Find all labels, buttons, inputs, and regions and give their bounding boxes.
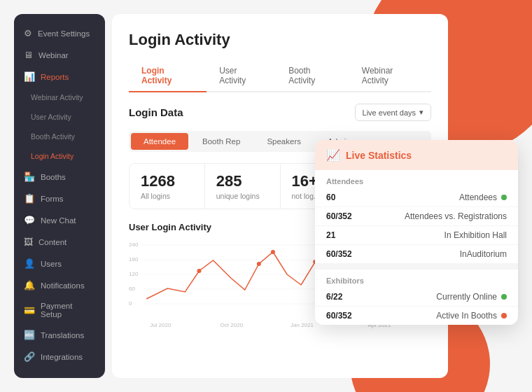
- svg-text:180: 180: [129, 256, 139, 262]
- sidebar-icon: 💬: [24, 215, 35, 225]
- sidebar-item-label: Translations: [41, 331, 84, 340]
- sidebar-item-label: Login Activity: [31, 152, 74, 160]
- user-tab-boothrep[interactable]: Booth Rep: [190, 133, 253, 150]
- sidebar-item-event-settings[interactable]: ⚙Event Settings: [14, 22, 105, 44]
- stats-label: In Exhibition Hall: [368, 230, 507, 240]
- sidebar-item-booth-activity[interactable]: Booth Activity: [14, 127, 105, 146]
- sidebar-icon: 🖼: [24, 237, 33, 247]
- dropdown-label: Live event days: [363, 108, 416, 117]
- live-stats-body: Attendees60Attendees60/352Attendees vs. …: [315, 170, 518, 325]
- sidebar-item-label: Notifications: [41, 281, 85, 290]
- sidebar-icon: 🖥: [24, 50, 33, 60]
- stats-row-item: 21In Exhibition Hall: [315, 226, 518, 245]
- stats-row-item: 60/352InAuditorium: [315, 245, 518, 264]
- sidebar-item-label: Forms: [41, 195, 64, 203]
- svg-text:120: 120: [129, 271, 139, 277]
- sidebar-item-translations[interactable]: 🔤Translations: [14, 324, 105, 346]
- stats-section-label: Attendees: [315, 170, 518, 188]
- sidebar-icon: 👤: [24, 258, 35, 269]
- stats-row-item: 60/352Attendees vs. Registrations: [315, 207, 518, 226]
- stats-value: 21: [326, 230, 368, 240]
- stats-value: 60/352: [326, 211, 368, 221]
- svg-text:0: 0: [129, 300, 132, 307]
- sidebar-icon: 💳: [24, 305, 35, 316]
- stats-value: 60/352: [326, 249, 368, 259]
- sidebar-icon: ⚙: [24, 28, 32, 38]
- svg-text:240: 240: [129, 241, 139, 248]
- stats-section-label: Exhibitors: [315, 270, 518, 288]
- sidebar-item-new-chat[interactable]: 💬New Chat: [14, 209, 105, 231]
- stats-label: Attendees: [368, 192, 497, 202]
- stats-label: Active In Booths: [368, 311, 497, 321]
- stats-value: 60: [326, 192, 368, 202]
- sidebar-icon: 🔗: [24, 351, 35, 362]
- svg-text:Jan 2021: Jan 2021: [290, 322, 314, 328]
- stats-value: 60/352: [326, 311, 368, 321]
- sidebar-item-webinar[interactable]: 🖥Webinar: [14, 44, 105, 66]
- sidebar-item-label: New Chat: [41, 216, 76, 225]
- stat-label-logins: All logins: [141, 192, 193, 200]
- stats-label: Attendees vs. Registrations: [368, 211, 507, 221]
- section-divider: [315, 264, 518, 270]
- user-tab-attendee[interactable]: Attendee: [131, 133, 188, 150]
- stats-row-item: 60/352Active In Booths: [315, 307, 518, 325]
- sidebar-item-user-activity[interactable]: User Activity: [14, 107, 105, 127]
- svg-text:60: 60: [129, 286, 135, 292]
- live-stats-header: 📈 Live Statistics: [315, 140, 518, 170]
- tab-booth-activity[interactable]: Booth Activity: [276, 60, 349, 92]
- sidebar-item-notifications[interactable]: 🔔Notifications: [14, 274, 105, 296]
- sidebar-item-webinar-activity[interactable]: Webinar Activity: [14, 88, 105, 107]
- sidebar-item-label: Event Settings: [38, 29, 90, 38]
- sidebar-icon: 🏪: [24, 172, 35, 182]
- live-stats-icon: 📈: [326, 148, 340, 162]
- sidebar-icon: 📊: [24, 71, 35, 82]
- chevron-down-icon: ▾: [419, 108, 424, 117]
- tab-webinar-activity[interactable]: Webinar Activity: [349, 60, 431, 92]
- sidebar-icon: 🔤: [24, 330, 35, 340]
- stat-unique-logins: 285 unique logins: [205, 164, 281, 209]
- stats-row-item: 60Attendees: [315, 188, 518, 207]
- stats-label: Currently Online: [368, 292, 497, 302]
- sidebar-item-label: Users: [41, 260, 62, 268]
- live-stats-title: Live Statistics: [346, 150, 412, 161]
- sidebar-item-label: Booth Activity: [31, 132, 75, 141]
- sidebar-item-label: Booths: [41, 173, 66, 181]
- sidebar-item-label: Webinar Activity: [31, 93, 83, 102]
- stat-value-logins: 1268: [141, 172, 193, 190]
- live-stats-panel: 📈 Live Statistics Attendees60Attendees60…: [315, 140, 518, 325]
- sidebar-item-integrations[interactable]: 🔗Integrations: [14, 346, 105, 368]
- sidebar-item-label: User Activity: [31, 113, 71, 121]
- sidebar-item-users[interactable]: 👤Users: [14, 253, 105, 274]
- sidebar-item-label: Reports: [41, 73, 69, 81]
- stat-value-unique: 285: [216, 172, 269, 190]
- svg-text:Oct 2020: Oct 2020: [220, 322, 244, 328]
- stats-row-item: 6/22Currently Online: [315, 288, 518, 307]
- svg-point-14: [197, 269, 201, 273]
- sidebar-item-content[interactable]: 🖼Content: [14, 231, 105, 253]
- section-title: Login Data: [129, 106, 183, 118]
- tab-user-activity[interactable]: User Activity: [206, 60, 276, 92]
- green-status-dot: [501, 195, 507, 200]
- sidebar-item-label: Payment Setup: [41, 302, 95, 318]
- sidebar-item-label: Content: [38, 238, 66, 246]
- sidebar-item-login-activity[interactable]: Login Activity: [14, 146, 105, 166]
- stat-label-unique: unique logins: [216, 192, 269, 200]
- tab-login-activity[interactable]: Login Activity: [129, 60, 206, 92]
- svg-point-16: [271, 250, 275, 254]
- sidebar-item-label: Webinar: [38, 51, 69, 59]
- page-title: Login Activity: [129, 31, 431, 49]
- sidebar-item-forms[interactable]: 📋Forms: [14, 188, 105, 209]
- stats-value: 6/22: [326, 292, 368, 302]
- sidebar-item-reports[interactable]: 📊Reports: [14, 66, 105, 88]
- user-tab-speakers[interactable]: Speakers: [254, 133, 314, 150]
- date-range-dropdown[interactable]: Live event days ▾: [355, 104, 431, 121]
- green-status-dot: [501, 294, 507, 300]
- sidebar-icon: 🔔: [24, 280, 35, 290]
- sidebar-item-payment-setup[interactable]: 💳Payment Setup: [14, 296, 105, 324]
- svg-point-15: [257, 262, 261, 266]
- sidebar-item-booths[interactable]: 🏪Booths: [14, 166, 105, 188]
- tabs-row: Login Activity User Activity Booth Activ…: [129, 60, 431, 92]
- stats-label: InAuditorium: [368, 249, 507, 259]
- sidebar: ⚙Event Settings🖥Webinar📊ReportsWebinar A…: [14, 14, 105, 378]
- section-header: Login Data Live event days ▾: [129, 104, 431, 121]
